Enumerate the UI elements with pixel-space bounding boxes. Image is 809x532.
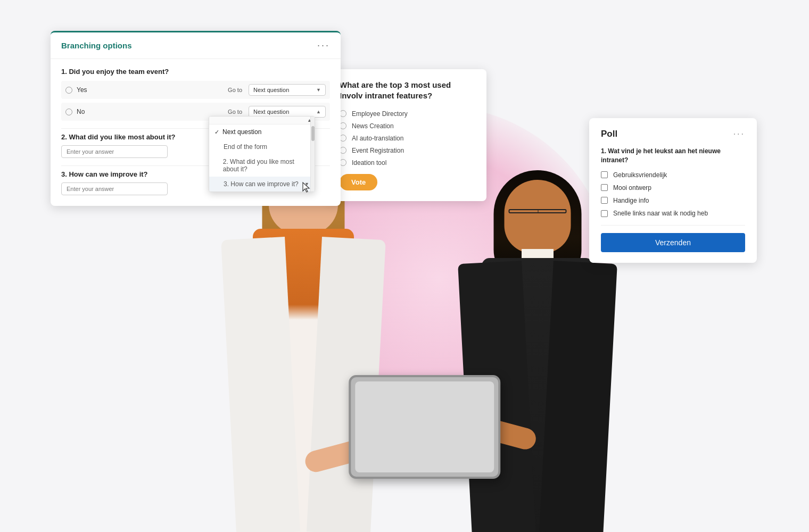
answer-yes-label: Yes: [77, 86, 90, 94]
feature-label-3: AI auto-translation: [352, 135, 403, 142]
feature-option-1[interactable]: Employee Directory: [340, 110, 476, 118]
dropdown-item-label: Next question: [222, 128, 261, 136]
poll-checkbox-3[interactable]: [601, 197, 608, 204]
poll-option-4-label: Snelle links naar wat ik nodig heb: [613, 210, 708, 218]
dropdown-item-end[interactable]: End of the form: [209, 139, 315, 154]
branching-dots-icon[interactable]: ···: [317, 40, 330, 51]
question-1-text: 1. Did you enjoy the team event?: [61, 68, 330, 76]
goto-yes-label: Go to: [228, 87, 242, 93]
dropdown-item-q2[interactable]: 2. What did you like most about it?: [209, 154, 315, 177]
no-dropdown-arrow: ▲: [316, 109, 321, 114]
yes-dropdown-value: Next question: [253, 87, 289, 93]
no-dropdown-value: Next question: [253, 109, 289, 115]
poll-option-2[interactable]: Mooi ontwerp: [601, 184, 745, 192]
answer-yes-row: Yes Go to Next question ▼: [61, 81, 330, 99]
question-1-block: 1. Did you enjoy the team event? Yes Go …: [61, 68, 330, 121]
poll-checkbox-4[interactable]: [601, 210, 608, 217]
poll-option-2-label: Mooi ontwerp: [613, 184, 651, 192]
poll-option-3[interactable]: Handige info: [601, 197, 745, 204]
tablet: [349, 375, 500, 479]
feature-label-5: Ideation tool: [352, 159, 386, 167]
poll-card-header: Poll ···: [601, 129, 745, 139]
question-3-input[interactable]: [61, 182, 168, 195]
dropdown-scrollbar[interactable]: [310, 117, 315, 192]
answer-no-label: No: [77, 108, 90, 115]
dropdown-item-next[interactable]: ✓ Next question: [209, 124, 315, 139]
poll-option-1[interactable]: Gebruiksvriendelijk: [601, 171, 745, 179]
dropdown-item-q3[interactable]: 3. How can we improve it? ▼: [209, 177, 315, 192]
poll-checkbox-2[interactable]: [601, 184, 608, 191]
dropdown-item-q2-label: 2. What did you like most about it?: [223, 158, 309, 173]
poll-question: 1. Wat vind je het leukst aan het nieuwe…: [601, 147, 745, 165]
poll-dots-icon[interactable]: ···: [733, 129, 745, 139]
verzenden-button[interactable]: Verzenden: [601, 233, 745, 252]
branching-card-title: Branching options: [61, 41, 132, 50]
chevron-down-icon: ▼: [304, 181, 309, 187]
radio-no[interactable]: [65, 109, 72, 115]
feature-label-1: Employee Directory: [352, 110, 408, 118]
poll-option-3-label: Handige info: [613, 197, 649, 204]
poll-option-4[interactable]: Snelle links naar wat ik nodig heb: [601, 210, 745, 218]
check-icon: ✓: [214, 129, 219, 136]
goto-no-label: Go to: [228, 109, 242, 115]
vote-button[interactable]: Vote: [340, 174, 377, 190]
branching-dropdown-menu: ▲ ✓ Next question End of the form 2. Wha…: [209, 116, 315, 192]
dropdown-scroll-up[interactable]: ▲: [209, 117, 315, 124]
radio-yes[interactable]: [65, 87, 72, 94]
feature-option-2[interactable]: News Creation: [340, 122, 476, 130]
feature-option-3[interactable]: AI auto-translation: [340, 135, 476, 142]
feature-option-5[interactable]: Ideation tool: [340, 159, 476, 167]
features-card-title: What are the top 3 most used Involv intr…: [340, 80, 476, 102]
poll-checkbox-1[interactable]: [601, 171, 608, 178]
feature-label-2: News Creation: [352, 122, 394, 130]
features-card: What are the top 3 most used Involv intr…: [329, 69, 486, 201]
dropdown-item-q3-label: 3. How can we improve it?: [224, 180, 299, 188]
yes-dropdown-arrow: ▼: [316, 87, 321, 93]
dropdown-item-end-label: End of the form: [224, 143, 267, 151]
poll-card-title: Poll: [601, 129, 617, 139]
feature-label-4: Event Registration: [352, 147, 404, 154]
yes-dropdown[interactable]: Next question ▼: [249, 84, 326, 96]
branching-card-header: Branching options ···: [51, 32, 341, 59]
poll-option-1-label: Gebruiksvriendelijk: [613, 171, 667, 179]
poll-card: Poll ··· 1. Wat vind je het leukst aan h…: [589, 118, 757, 263]
question-2-input[interactable]: [61, 145, 168, 158]
feature-option-4[interactable]: Event Registration: [340, 147, 476, 154]
